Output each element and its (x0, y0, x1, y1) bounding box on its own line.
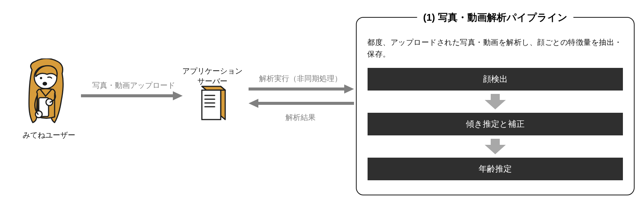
chevron-down-icon (367, 138, 623, 155)
svg-marker-18 (485, 139, 506, 154)
pipeline-description: 都度、アップロードされた写真・動画を解析し、顔ごとの特徴量を抽出・保存。 (367, 37, 623, 60)
user-label: みてねユーザー (21, 130, 77, 140)
arrow-result-label: 解析結果 (250, 112, 350, 123)
svg-point-5 (46, 99, 53, 106)
chevron-down-icon (367, 93, 623, 110)
arrow-exec-label: 解析実行（非同期処理） (250, 74, 350, 84)
pipeline-step-1: 顔検出 (367, 68, 623, 91)
svg-marker-14 (344, 84, 354, 94)
pipeline-step-3: 年齢推定 (367, 157, 623, 181)
arrow-upload-label: 写真・動画アップロード (87, 80, 181, 91)
pipeline-box: (1) 写真・動画解析パイプライン 都度、アップロードされた写真・動画を解析し、… (356, 17, 635, 195)
svg-rect-8 (202, 90, 221, 120)
arrow-right-icon (81, 91, 183, 100)
svg-marker-16 (249, 99, 258, 108)
pipeline-title: (1) 写真・動画解析パイプライン (417, 9, 574, 26)
svg-point-1 (40, 77, 42, 79)
server-label-line2: サーバー (197, 77, 227, 85)
svg-marker-7 (173, 91, 183, 100)
arrow-exec-icon (249, 84, 354, 94)
server-label-line1: アプリケーション (182, 67, 243, 75)
server-icon (200, 85, 226, 123)
pipeline-step-2: 傾き推定と補正 (367, 112, 623, 136)
svg-marker-17 (485, 94, 506, 109)
svg-point-2 (43, 82, 47, 86)
user-illustration (21, 58, 72, 126)
arrow-result-icon (249, 99, 354, 108)
server-label: アプリケーション サーバー (182, 66, 243, 86)
